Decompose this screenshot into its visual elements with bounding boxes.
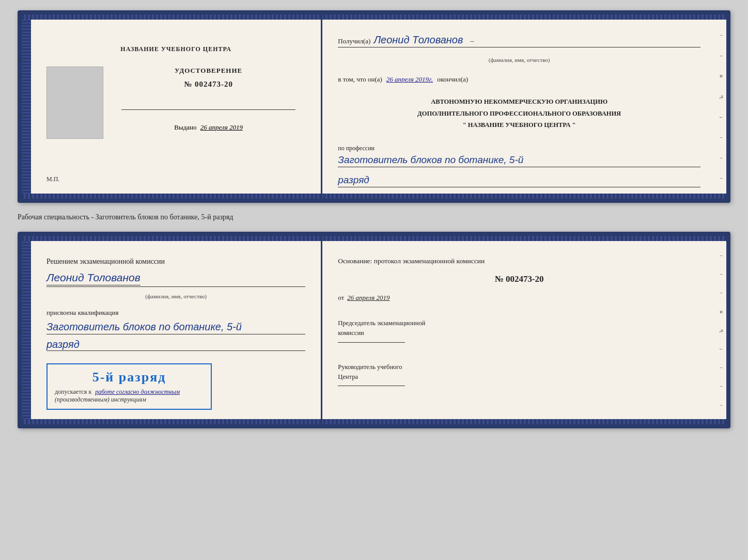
date-prefix: от xyxy=(338,294,344,302)
confirm-text: в том, что он(а) xyxy=(338,75,382,84)
date-value: 26 апреля 2019 xyxy=(347,294,389,302)
right-decoration-2: – – – и ,а ← – – – xyxy=(716,236,726,425)
org-quote2: " xyxy=(572,121,576,129)
stamp-label: М.П. xyxy=(46,175,59,183)
dash: – xyxy=(470,37,474,45)
chairman-sig-line xyxy=(338,342,405,343)
head-sig-line xyxy=(338,386,405,386)
finished-label: окончил(а) xyxy=(437,75,468,84)
stamp-box: 5-й разряд допускается к работе согласно… xyxy=(46,363,212,410)
allowed-text: допускается к xyxy=(55,388,91,395)
issued-date: 26 апреля 2019 xyxy=(200,123,243,131)
person-subtitle: (фамилия, имя, отчество) xyxy=(145,293,207,299)
decision-text: Решением экзаменационной комиссии xyxy=(46,255,305,268)
instructions: (производственным) инструкциям xyxy=(55,396,204,404)
photo-area: УДОСТОВЕРЕНИЕ № 002473-20 Выдано 26 апре… xyxy=(46,61,305,144)
cert-title-label: УДОСТОВЕРЕНИЕ xyxy=(175,67,242,75)
protocol-number: № 002473-20 xyxy=(338,274,700,284)
doc1-right-page: Получил(а) Леонид Толованов – (фамилия, … xyxy=(322,14,716,199)
training-center-title: НАЗВАНИЕ УЧЕБНОГО ЦЕНТРА xyxy=(120,45,231,53)
right-decoration-1: – – и ,а ← – – – xyxy=(716,14,726,199)
head-block: Руководитель учебного Центра xyxy=(338,362,700,387)
assigned-label: присвоена квалификация xyxy=(46,309,305,317)
received-label: Получил(а) xyxy=(338,37,370,45)
doc2-left-page: Решением экзаменационной комиссии Леонид… xyxy=(31,236,322,425)
recipient-name: Леонид Толованов xyxy=(373,34,463,46)
page-wrapper: НАЗВАНИЕ УЧЕБНОГО ЦЕНТРА УДОСТОВЕРЕНИЕ №… xyxy=(18,10,730,428)
head-title: Руководитель учебного Центра xyxy=(338,362,700,382)
confirm-date: 26 апреля 2019г. xyxy=(386,75,433,84)
document-card-1: НАЗВАНИЕ УЧЕБНОГО ЦЕНТРА УДОСТОВЕРЕНИЕ №… xyxy=(18,10,730,203)
rank-value-2: разряд xyxy=(46,339,305,351)
allowed-italic: работе согласно должностным xyxy=(95,388,180,395)
org-name: НАЗВАНИЕ УЧЕБНОГО ЦЕНТРА xyxy=(468,121,571,129)
cert-number: № 002473-20 xyxy=(184,80,233,89)
org-line2: ДОПОЛНИТЕЛЬНОГО ПРОФЕССИОНАЛЬНОГО ОБРАЗО… xyxy=(338,108,700,120)
document-card-2: Решением экзаменационной комиссии Леонид… xyxy=(18,232,730,429)
spine-2 xyxy=(22,236,31,425)
profession-label: по профессии xyxy=(338,145,700,152)
issued-label: Выдано xyxy=(174,123,196,131)
photo-placeholder xyxy=(46,67,103,139)
chairman-title: Председатель экзаменационной комиссии xyxy=(338,318,700,338)
doc1-left-page: НАЗВАНИЕ УЧЕБНОГО ЦЕНТРА УДОСТОВЕРЕНИЕ №… xyxy=(31,14,322,199)
rank-value: разряд xyxy=(338,174,700,187)
org-line1: АВТОНОМНУЮ НЕКОММЕРЧЕСКУЮ ОРГАНИЗАЦИЮ xyxy=(338,96,700,108)
stamp-rank: 5-й разряд xyxy=(55,370,204,385)
chairman-block: Председатель экзаменационной комиссии xyxy=(338,318,700,343)
recipient-subtitle: (фамилия, имя, отчество) xyxy=(489,57,550,63)
person-name: Леонид Толованов xyxy=(46,271,141,285)
spine-1 xyxy=(22,14,31,199)
doc2-right-page: Основание: протокол экзаменационной коми… xyxy=(322,236,716,425)
specialty-label: Рабочая специальность - Заготовитель бло… xyxy=(18,212,730,222)
profession-name: Заготовитель блоков по ботанике, 5-й xyxy=(338,154,700,167)
org-quote1: " xyxy=(463,121,466,129)
basis-text: Основание: протокол экзаменационной коми… xyxy=(338,255,700,267)
qualification-value: Заготовитель блоков по ботанике, 5-й xyxy=(46,321,305,334)
